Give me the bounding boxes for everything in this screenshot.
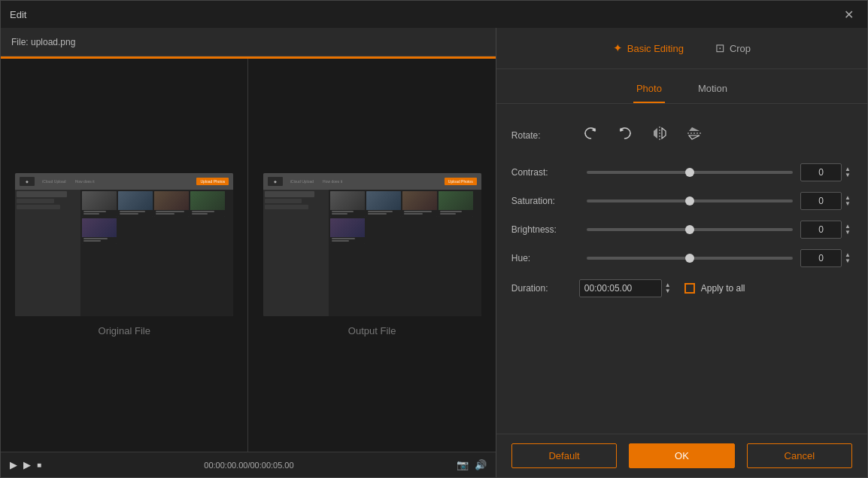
saturation-down[interactable]: ▼ <box>843 201 852 207</box>
close-button[interactable]: ✕ <box>839 5 858 25</box>
contrast-down[interactable]: ▼ <box>843 172 852 178</box>
duration-down[interactable]: ▼ <box>663 288 672 294</box>
saturation-spinners: ▲ ▼ <box>843 195 852 207</box>
screenshot-button[interactable]: 📷 <box>457 459 469 470</box>
title-bar: Edit ✕ <box>1 1 867 28</box>
original-label: Original File <box>99 325 150 336</box>
contrast-value: 0 <box>800 163 842 181</box>
sim-output-right <box>329 190 481 316</box>
right-panel: ✦ Basic Editing ⊡ Crop Photo Motion <box>496 28 867 477</box>
sim-output-top-bar: ◆ iCloud Upload How does it Upload Photo… <box>263 173 481 190</box>
saturation-row: Saturation: 0 ▲ ▼ <box>511 192 852 210</box>
crop-icon: ⊡ <box>715 41 725 55</box>
rotate-right-button[interactable] <box>579 122 602 148</box>
sim-logo: ◆ <box>20 177 35 186</box>
brightness-spinners: ▲ ▼ <box>843 224 852 236</box>
tab-crop[interactable]: ⊡ Crop <box>711 38 755 58</box>
hue-value: 0 <box>800 249 842 267</box>
sim-top-bar: ◆ iCloud Upload How does it Upload Photo… <box>15 173 233 190</box>
hue-down[interactable]: ▼ <box>843 258 852 264</box>
file-info-bar: File: upload.png <box>1 28 496 56</box>
right-tabs-header: ✦ Basic Editing ⊡ Crop <box>496 28 867 69</box>
rotate-buttons-group <box>579 122 706 148</box>
cancel-button[interactable]: Cancel <box>747 443 852 468</box>
thumb-item <box>439 191 473 217</box>
flip-vertical-button[interactable] <box>683 122 706 148</box>
tab-basic-editing-label: Basic Editing <box>627 43 684 54</box>
sim-left-side <box>15 190 80 316</box>
ok-button[interactable]: OK <box>629 443 734 468</box>
brightness-value: 0 <box>800 221 842 239</box>
brightness-down[interactable]: ▼ <box>843 230 852 236</box>
brightness-label: Brightness: <box>511 224 579 235</box>
hue-thumb[interactable] <box>685 254 694 263</box>
saturation-slider[interactable] <box>587 199 793 202</box>
contrast-label: Contrast: <box>511 167 579 178</box>
output-label: Output File <box>348 325 396 336</box>
contrast-row: Contrast: 0 ▲ ▼ <box>511 163 852 181</box>
original-file-pane: ◆ iCloud Upload How does it Upload Photo… <box>1 59 248 452</box>
duration-input[interactable] <box>579 279 662 297</box>
sim-output-body <box>263 190 481 316</box>
tab-crop-label: Crop <box>730 43 751 54</box>
duration-label: Duration: <box>511 283 579 294</box>
timecode-display: 00:00:00.00/00:00:05.00 <box>41 461 457 470</box>
duration-row: Duration: ▲ ▼ Apply to all <box>511 279 852 297</box>
duration-spinners: ▲ ▼ <box>663 282 672 294</box>
file-info-text: File: upload.png <box>11 37 75 47</box>
tab-basic-editing[interactable]: ✦ Basic Editing <box>609 38 688 58</box>
contrast-spinners: ▲ ▼ <box>843 166 852 178</box>
original-preview-content: ◆ iCloud Upload How does it Upload Photo… <box>1 59 247 452</box>
sub-tab-photo[interactable]: Photo <box>633 78 665 103</box>
volume-button[interactable]: 🔊 <box>475 459 487 470</box>
playback-controls: ▶ ▶ ■ <box>10 459 41 470</box>
brightness-slider[interactable] <box>587 228 793 231</box>
sim-upload-btn: Upload Photos <box>196 178 229 185</box>
original-screenshot-sim: ◆ iCloud Upload How does it Upload Photo… <box>15 173 233 316</box>
thumb-item <box>154 191 189 217</box>
rotate-label: Rotate: <box>511 130 579 141</box>
sub-tab-motion[interactable]: Motion <box>695 78 730 103</box>
thumb-item <box>402 191 437 217</box>
sim-output-left <box>263 190 329 316</box>
hue-label: Hue: <box>511 253 579 263</box>
main-content: File: upload.png ◆ iCloud Upload How doe… <box>1 28 867 477</box>
sub-tabs: Photo Motion <box>496 69 867 104</box>
preview-area: ◆ iCloud Upload How does it Upload Photo… <box>1 59 496 452</box>
brightness-thumb[interactable] <box>685 225 694 234</box>
apply-all-label: Apply to all <box>701 283 745 294</box>
hue-row: Hue: 0 ▲ ▼ <box>511 249 852 267</box>
thumb-item <box>190 191 225 217</box>
rotate-left-button[interactable] <box>614 122 636 148</box>
brightness-row: Brightness: 0 ▲ ▼ <box>511 221 852 239</box>
thumb-item <box>82 191 117 217</box>
sim-output-upload-btn: Upload Photos <box>445 178 477 185</box>
play-button[interactable]: ▶ <box>10 459 17 470</box>
apply-all-checkbox[interactable] <box>684 283 695 294</box>
playback-right-controls: 📷 🔊 <box>457 459 487 470</box>
right-content: Rotate: <box>496 104 867 434</box>
playback-bar: ▶ ▶ ■ 00:00:00.00/00:00:05.00 📷 🔊 <box>1 452 496 477</box>
thumb-item <box>82 218 117 244</box>
play-button2[interactable]: ▶ <box>23 459 31 470</box>
saturation-thumb[interactable] <box>685 196 694 206</box>
apply-all-group: Apply to all <box>684 283 745 294</box>
sim-output-logo: ◆ <box>268 177 283 186</box>
hue-slider[interactable] <box>587 257 793 260</box>
output-preview-content: ◆ iCloud Upload How does it Upload Photo… <box>248 59 495 452</box>
output-screenshot-sim: ◆ iCloud Upload How does it Upload Photo… <box>263 173 481 316</box>
contrast-thumb[interactable] <box>685 168 694 177</box>
rotate-row: Rotate: <box>511 122 852 148</box>
output-file-pane: ◆ iCloud Upload How does it Upload Photo… <box>248 59 495 452</box>
flip-horizontal-button[interactable] <box>648 122 671 148</box>
contrast-slider[interactable] <box>587 171 793 174</box>
left-panel: File: upload.png ◆ iCloud Upload How doe… <box>1 28 496 477</box>
thumb-item <box>330 218 365 244</box>
thumb-item <box>118 191 153 217</box>
default-button[interactable]: Default <box>511 443 617 468</box>
sub-tab-photo-label: Photo <box>636 83 662 94</box>
hue-spinners: ▲ ▼ <box>843 252 852 264</box>
thumb-item <box>330 191 365 217</box>
sim-right-side <box>80 190 233 316</box>
sub-tab-motion-label: Motion <box>698 83 727 94</box>
